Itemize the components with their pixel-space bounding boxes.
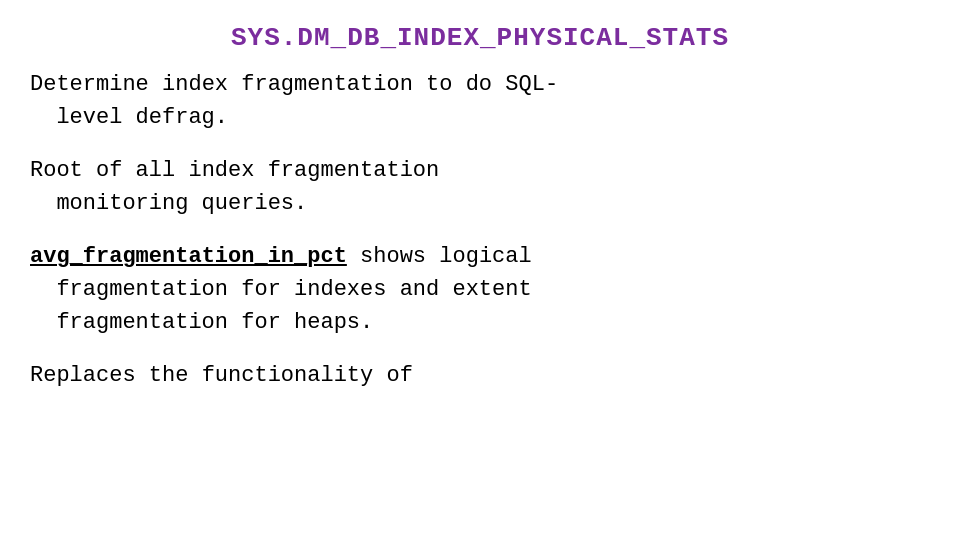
section-3-line-3: fragmentation for heaps.: [56, 306, 930, 339]
section-3-line-1-rest: shows logical: [347, 244, 532, 269]
avg-fragmentation-highlight: avg_fragmentation_in_pct: [30, 244, 347, 269]
section-2-line-2: monitoring queries.: [56, 187, 930, 220]
content-area: Determine index fragmentation to do SQL-…: [30, 68, 930, 392]
section-1-line-2: level defrag.: [56, 101, 930, 134]
page-title: SYS.DM_DB_INDEX_PHYSICAL_STATS: [30, 20, 930, 56]
section-3-line-2: fragmentation for indexes and extent: [56, 273, 930, 306]
section-3-line-1: avg_fragmentation_in_pct shows logical: [30, 240, 930, 273]
section-3: avg_fragmentation_in_pct shows logical f…: [30, 240, 930, 339]
section-4: Replaces the functionality of: [30, 359, 930, 392]
section-1: Determine index fragmentation to do SQL-…: [30, 68, 930, 134]
section-4-line-1: Replaces the functionality of: [30, 359, 930, 392]
section-1-line-1: Determine index fragmentation to do SQL-: [30, 68, 930, 101]
section-2-line-1: Root of all index fragmentation: [30, 154, 930, 187]
section-2: Root of all index fragmentation monitori…: [30, 154, 930, 220]
